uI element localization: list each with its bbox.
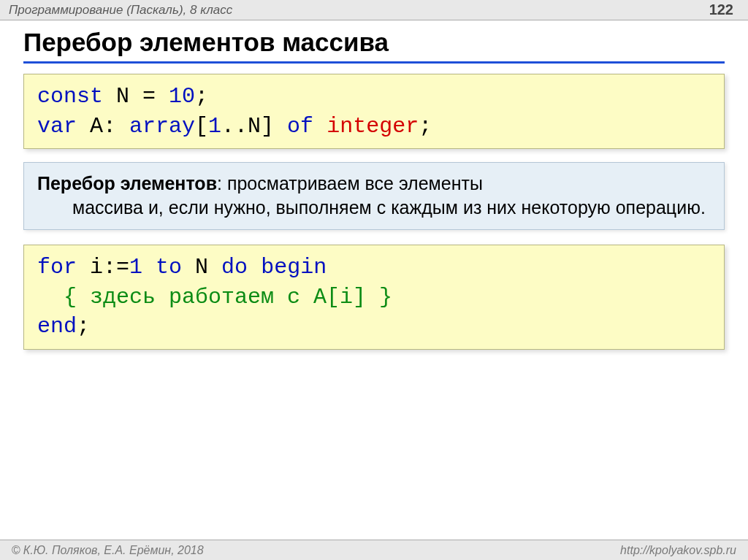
slide-title: Перебор элементов массива: [23, 28, 725, 64]
copyright: ©К.Ю. Поляков, Е.А. Ерёмин, 2018: [12, 544, 204, 557]
code-line: var A: array[1..N] of integer;: [37, 112, 711, 142]
definition-text-cont: массива и, если нужно, выполняем с кажды…: [37, 196, 711, 220]
code-text: i:=: [77, 255, 129, 280]
page-number: 122: [709, 1, 733, 18]
footer-bar: ©К.Ю. Поляков, Е.А. Ерёмин, 2018 http://…: [0, 540, 748, 560]
code-text: ..N]: [221, 114, 287, 139]
code-loop: for i:=1 to N do begin { здесь работаем …: [23, 245, 725, 350]
copyright-text: К.Ю. Поляков, Е.А. Ерёмин, 2018: [23, 544, 204, 556]
kw-to: to: [156, 255, 182, 280]
code-text: ;: [419, 114, 432, 139]
definition-text: : просматриваем все элементы: [217, 173, 483, 193]
kw-integer: integer: [327, 114, 419, 139]
code-line: for i:=1 to N do begin: [37, 253, 711, 283]
code-declaration: const N = 10; var A: array[1..N] of inte…: [23, 74, 725, 149]
kw-end: end: [37, 314, 77, 339]
definition-term: Перебор элементов: [37, 173, 217, 193]
code-line: { здесь работаем с A[i] }: [37, 283, 711, 312]
content: const N = 10; var A: array[1..N] of inte…: [0, 74, 748, 350]
header-bar: Программирование (Паскаль), 8 класс 122: [0, 0, 748, 20]
kw-array: array: [129, 114, 195, 139]
code-text: =: [129, 84, 169, 109]
code-text: [142, 255, 156, 280]
footer-url: http://kpolyakov.spb.ru: [620, 544, 736, 557]
kw-const: const: [37, 84, 103, 109]
code-text: ;: [195, 84, 208, 109]
code-text: A:: [77, 114, 129, 139]
copyright-icon: ©: [12, 544, 20, 556]
slide: Программирование (Паскаль), 8 класс 122 …: [0, 0, 748, 560]
code-text: ;: [77, 314, 90, 339]
code-text: N: [182, 255, 221, 280]
code-line: const N = 10;: [37, 82, 711, 112]
kw-var: var: [37, 114, 77, 139]
code-text: [248, 255, 261, 280]
course-label: Программирование (Паскаль), 8 класс: [9, 3, 232, 18]
code-text: [313, 114, 327, 139]
kw-for: for: [37, 255, 77, 280]
code-text: N: [103, 84, 129, 109]
kw-begin: begin: [261, 255, 327, 280]
code-text: [: [195, 114, 208, 139]
title-area: Перебор элементов массива: [0, 20, 748, 64]
kw-do: do: [221, 255, 248, 280]
definition-box: Перебор элементов: просматриваем все эле…: [23, 162, 725, 230]
code-line: end;: [37, 312, 711, 342]
num-literal: 1: [129, 255, 142, 280]
num-literal: 10: [169, 84, 195, 109]
kw-of: of: [287, 114, 313, 139]
code-comment: { здесь работаем с A[i] }: [37, 285, 392, 310]
num-literal: 1: [208, 114, 221, 139]
